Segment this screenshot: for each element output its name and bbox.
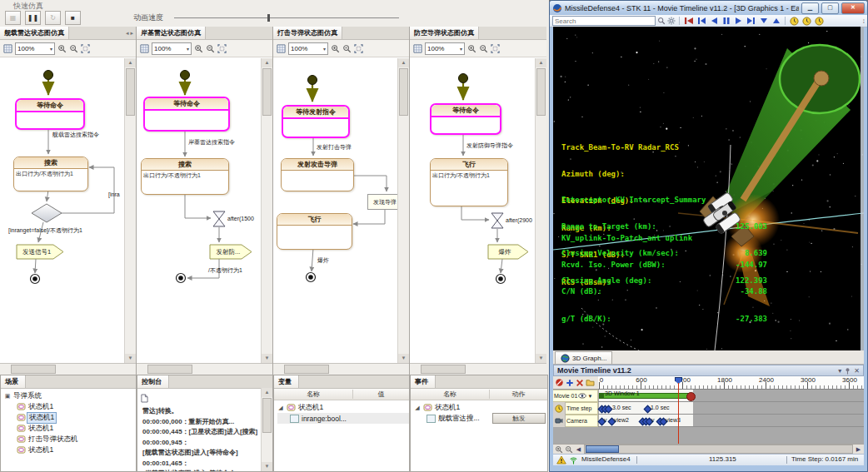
- state-wait-command[interactable]: 等待命令: [143, 97, 230, 132]
- diagram-canvas[interactable]: after(2900 爆炸 等待命令 飞行 出口行为/不透明行为1 发射防御导弹…: [410, 57, 546, 363]
- expander-icon[interactable]: ◢: [414, 405, 421, 411]
- column-name[interactable]: 名称: [411, 390, 490, 399]
- timeline-ruler[interactable]: 0 600 1200 1800 2400 3000 3600: [598, 376, 864, 390]
- grid-icon[interactable]: [3, 44, 12, 53]
- slider-thumb[interactable]: [267, 14, 270, 22]
- playhead-line[interactable]: [678, 383, 679, 444]
- zoom-in-icon[interactable]: [555, 445, 563, 454]
- timeline-scrollbar[interactable]: [584, 445, 853, 454]
- time-option-icon[interactable]: [801, 17, 812, 26]
- tree-item-selected[interactable]: 状态机1: [4, 412, 136, 423]
- after-timer-node[interactable]: [491, 213, 503, 228]
- event-row[interactable]: 舰载雷达搜... 触发: [414, 413, 547, 424]
- zoom-in-icon[interactable]: [194, 44, 203, 53]
- grid-icon[interactable]: [413, 44, 422, 53]
- tree-item[interactable]: 打击导弹状态机: [4, 434, 136, 445]
- panel-tab[interactable]: 岸基雷达状态图仿真: [137, 27, 206, 39]
- after-timer-node[interactable]: [213, 211, 225, 226]
- state-search[interactable]: 搜索 出口行为/不透明行为1: [13, 157, 88, 191]
- vertical-scrollbar[interactable]: ▲▼: [397, 58, 409, 363]
- initial-node[interactable]: [44, 71, 53, 80]
- open-folder-icon[interactable]: [586, 379, 595, 386]
- state-wait-command[interactable]: 等待命令: [15, 98, 85, 130]
- zoom-level-select[interactable]: 100%▾: [288, 42, 328, 55]
- time-option-icon[interactable]: [814, 17, 825, 26]
- grid-icon[interactable]: [140, 44, 149, 53]
- scroll-left-icon[interactable]: ◀: [575, 446, 582, 453]
- column-name[interactable]: 名称: [274, 390, 353, 399]
- animation-speed-slider[interactable]: [174, 14, 399, 22]
- 3d-graphics-view[interactable]: Track_Beam-To-RV Radar_RCS Azimuth (deg)…: [553, 27, 864, 350]
- state-flight[interactable]: 飞行: [277, 213, 352, 250]
- diagram-canvas[interactable]: 等待发射指令 发射攻击导弹 发现导弹 飞行 发射打击导弹 爆炸 ▲▼: [273, 57, 409, 363]
- play-backward-button[interactable]: [708, 17, 719, 26]
- state-flight[interactable]: 飞行 出口行为/不透明行为1: [430, 158, 508, 206]
- pause-button[interactable]: [721, 17, 731, 26]
- chevron-down-icon[interactable]: ▼: [587, 394, 592, 399]
- movie-button[interactable]: ▦: [5, 11, 21, 25]
- fit-diagram-icon[interactable]: [354, 44, 363, 53]
- zoom-out-icon[interactable]: [206, 44, 215, 53]
- collapse-icon[interactable]: ▣: [4, 393, 11, 400]
- tree-item[interactable]: 状态机1: [4, 445, 136, 455]
- close-panel-icon[interactable]: ✕: [854, 367, 860, 375]
- diagram-canvas[interactable]: 发送信号1 等待命令 搜索 出口行为/不透明行为1 舰载雷达搜索指令 [inra…: [0, 57, 136, 363]
- decision-node[interactable]: [32, 204, 62, 222]
- panel-tab[interactable]: 防空导弹状态图仿真: [410, 27, 479, 39]
- zoom-in-icon[interactable]: [57, 44, 67, 53]
- tree-item[interactable]: 状态机1: [4, 401, 136, 412]
- restart-button[interactable]: ↻: [45, 11, 61, 25]
- gear-icon[interactable]: [667, 17, 676, 25]
- horizontal-scrollbar[interactable]: [137, 363, 272, 375]
- zoom-out-icon[interactable]: [342, 44, 352, 53]
- close-button[interactable]: ✕: [841, 2, 865, 14]
- horizontal-scrollbar[interactable]: [410, 363, 546, 375]
- state-launch-attack[interactable]: 发射攻击导弹: [281, 158, 354, 191]
- movie-timeline-header[interactable]: Movie Timeline v11.2 ▾ ✕: [553, 365, 864, 376]
- zoom-level-select[interactable]: 100%▾: [425, 42, 465, 55]
- zoom-out-icon[interactable]: [69, 44, 78, 53]
- zoom-level-select[interactable]: 100%▾: [15, 42, 55, 55]
- tab-console[interactable]: 控制台: [137, 375, 169, 388]
- timestep-track-label[interactable]: Time step: [553, 402, 598, 415]
- toolbar-overflow-icon[interactable]: ⁞: [863, 17, 865, 25]
- maximize-button[interactable]: ▢: [821, 2, 839, 14]
- warning-icon[interactable]: [556, 455, 566, 465]
- minimize-button[interactable]: ▁: [801, 2, 819, 14]
- grid-icon[interactable]: [277, 44, 286, 53]
- movie-track-label[interactable]: Movie 01 ▼: [553, 390, 598, 402]
- view-scrollbar[interactable]: [861, 27, 864, 350]
- variables-root-row[interactable]: ◢ 状态机1: [277, 402, 409, 413]
- column-value[interactable]: 值: [353, 390, 409, 399]
- time-option-icon[interactable]: [789, 17, 800, 26]
- eye-icon[interactable]: [578, 393, 586, 399]
- scrollbar-thumb[interactable]: [586, 445, 619, 453]
- variable-row[interactable]: inrange:bool...: [277, 413, 409, 424]
- initial-node[interactable]: [459, 74, 468, 83]
- clear-console-icon[interactable]: [141, 394, 148, 403]
- tab-events[interactable]: 事件: [411, 375, 436, 388]
- vertical-scrollbar[interactable]: ▲▼: [261, 58, 272, 363]
- console-scrollbar[interactable]: ▲▼: [261, 388, 272, 471]
- scroll-right-icon[interactable]: ▶: [855, 446, 862, 453]
- tab-scene[interactable]: 场景: [1, 375, 26, 388]
- tree-root[interactable]: ▣ 导弹系统: [4, 390, 136, 401]
- chevron-down-icon[interactable]: ▾: [838, 367, 841, 375]
- increase-step-button[interactable]: [771, 17, 781, 26]
- expander-icon[interactable]: ◢: [277, 405, 284, 411]
- search-icon[interactable]: [657, 17, 666, 25]
- pause-button[interactable]: ❚❚: [25, 11, 41, 25]
- state-search[interactable]: 搜索 出口行为/不透明行为1: [141, 158, 229, 195]
- trigger-button[interactable]: 触发: [492, 413, 546, 424]
- horizontal-scrollbar[interactable]: [0, 363, 136, 375]
- column-action[interactable]: 动作: [490, 390, 547, 399]
- panel-tab[interactable]: 舰载雷达状态图仿真: [0, 27, 69, 39]
- search-input[interactable]: [552, 16, 656, 26]
- decrease-step-button[interactable]: [758, 17, 769, 26]
- zoom-out-icon[interactable]: [565, 445, 573, 454]
- initial-node[interactable]: [308, 76, 317, 85]
- record-icon[interactable]: [555, 378, 564, 387]
- reset-to-start-button[interactable]: [683, 17, 694, 26]
- vertical-scrollbar[interactable]: ▲▼: [124, 58, 136, 363]
- play-button[interactable]: [733, 17, 744, 26]
